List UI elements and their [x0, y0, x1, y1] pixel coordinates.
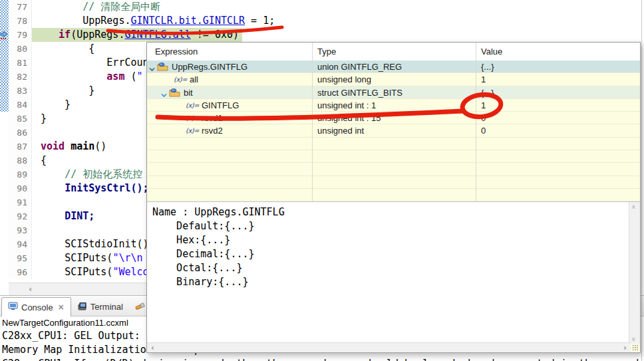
line-number[interactable]: 94 [9, 237, 32, 251]
column-expression[interactable]: Expression [155, 47, 198, 57]
line-number[interactable]: 91 [9, 195, 32, 209]
line-number[interactable]: 90 [9, 181, 32, 195]
scroll-up-icon[interactable]: ∧ [631, 203, 636, 210]
ruler-column[interactable] [0, 112, 9, 126]
expression-row[interactable]: (x)=rsvd1unsigned int : 150 [147, 112, 640, 124]
code-token: SCIPuts( [65, 266, 112, 278]
code-token: = 1; [245, 15, 275, 27]
line-number[interactable]: 83 [9, 84, 32, 98]
code-token [41, 57, 106, 68]
ruler-column[interactable] [0, 56, 9, 70]
popup-horizontal-scrollbar[interactable]: ‹ › [147, 342, 631, 352]
ruler-column[interactable] [0, 0, 9, 14]
code-token: " [137, 70, 143, 82]
ruler-column[interactable] [0, 195, 9, 209]
scroll-down-icon[interactable]: ∨ [631, 336, 636, 342]
ruler-column[interactable] [0, 98, 9, 112]
code-token [41, 266, 65, 278]
ruler-column[interactable] [0, 168, 9, 181]
code-token [41, 15, 82, 27]
expression-row[interactable]: UppRegs.GINTFLGunion GINTFLG_REG{...} [147, 60, 640, 73]
tab-label: Console [21, 302, 53, 312]
expression-row[interactable]: (x)=rsvd2unsigned int0 [147, 124, 640, 137]
code-token: GINTFLG.all [124, 29, 190, 41]
line-number[interactable]: 93 [9, 223, 32, 237]
table-empty-row [147, 189, 640, 201]
code-token: UppRegs. [82, 15, 130, 27]
line-number[interactable]: 88 [9, 154, 32, 168]
detail-vertical-scrollbar[interactable]: ∧ ∨ [629, 202, 640, 344]
code-token: main [71, 140, 94, 152]
ruler-column[interactable] [0, 140, 9, 154]
code-token [41, 210, 65, 222]
chevron-down-icon[interactable] [161, 90, 167, 100]
ruler-column[interactable] [0, 223, 9, 237]
scroll-right-icon[interactable]: › [623, 343, 627, 352]
line-number[interactable]: 82 [9, 70, 32, 84]
code-token: // 清除全局中断 [82, 1, 160, 13]
code-text[interactable]: if(UppRegs.GINTFLG.all != 0x0) [32, 28, 644, 42]
ruler-column[interactable] [0, 126, 9, 140]
scroll-left-icon[interactable]: ‹ [151, 343, 154, 352]
line-number[interactable]: 85 [9, 112, 32, 126]
variable-icon: (x)= [186, 126, 199, 135]
code-token: { [41, 43, 94, 55]
line-number[interactable]: 77 [9, 0, 32, 14]
code-token: { [41, 154, 47, 166]
expression-row[interactable]: (x)=allunsigned long1 [147, 73, 640, 86]
expression-name: rsvd1 [202, 113, 223, 123]
table-empty-row [147, 150, 640, 163]
ruler-column[interactable] [0, 154, 9, 168]
line-number[interactable]: 87 [9, 140, 32, 154]
ruler-column[interactable] [0, 14, 9, 28]
ruler-column[interactable] [0, 265, 9, 279]
code-text[interactable]: // 清除全局中断 [32, 0, 644, 14]
code-token: if [59, 29, 71, 41]
code-token: SCIPuts( [65, 252, 112, 264]
ruler-column[interactable] [0, 237, 9, 251]
line-number[interactable]: 79 [9, 28, 32, 42]
line-number[interactable]: 81 [9, 56, 32, 70]
code-token: ( [124, 70, 136, 82]
line-number[interactable]: 89 [9, 168, 32, 181]
line-number[interactable]: 84 [9, 98, 32, 112]
expression-row[interactable]: bitstruct GINTFLG_BITS{...} [147, 86, 640, 99]
expression-value: {...} [481, 88, 494, 98]
expression-name: GINTFLG [202, 100, 239, 110]
ruler-column[interactable] [0, 181, 9, 195]
column-divider[interactable] [312, 43, 313, 201]
scroll-left-icon[interactable]: ‹ [29, 284, 32, 295]
resize-grip[interactable] [632, 344, 639, 351]
code-token: InitSysCtrl(); [65, 182, 148, 194]
line-number[interactable]: 92 [9, 209, 32, 223]
code-token [41, 29, 59, 41]
line-number[interactable]: 80 [9, 42, 32, 56]
variable-icon: (x)= [186, 114, 199, 122]
code-token [41, 168, 65, 180]
column-type[interactable]: Type [317, 47, 336, 57]
line-number[interactable]: 95 [9, 251, 32, 265]
expression-name: rsvd2 [202, 126, 223, 136]
ruler-column[interactable] [0, 70, 9, 84]
code-token [41, 70, 106, 82]
column-divider[interactable] [476, 43, 476, 201]
code-token [41, 252, 65, 264]
search-icon [135, 302, 145, 312]
expression-type: unsigned int : 15 [317, 113, 381, 123]
code-token [65, 140, 71, 152]
expression-row[interactable]: (x)=GINTFLGunsigned int : 11 [147, 99, 640, 112]
instruction-pointer-ruler[interactable] [0, 28, 9, 42]
ruler-column[interactable] [0, 42, 9, 56]
ruler-column[interactable] [0, 251, 9, 265]
line-number[interactable]: 96 [9, 265, 32, 279]
line-number[interactable]: 78 [9, 14, 32, 28]
close-icon[interactable]: × [58, 303, 65, 311]
line-number[interactable]: 86 [9, 126, 32, 140]
code-text[interactable]: UppRegs.GINTCLR.bit.GINTCLR = 1; [32, 14, 644, 28]
tab-console[interactable]: Console× [1, 297, 71, 316]
ruler-column[interactable] [0, 209, 9, 223]
tab-terminal[interactable]: Terminal [71, 298, 129, 316]
chevron-down-icon[interactable] [149, 64, 155, 74]
ruler-column[interactable] [0, 84, 9, 98]
column-value[interactable]: Value [481, 47, 502, 57]
